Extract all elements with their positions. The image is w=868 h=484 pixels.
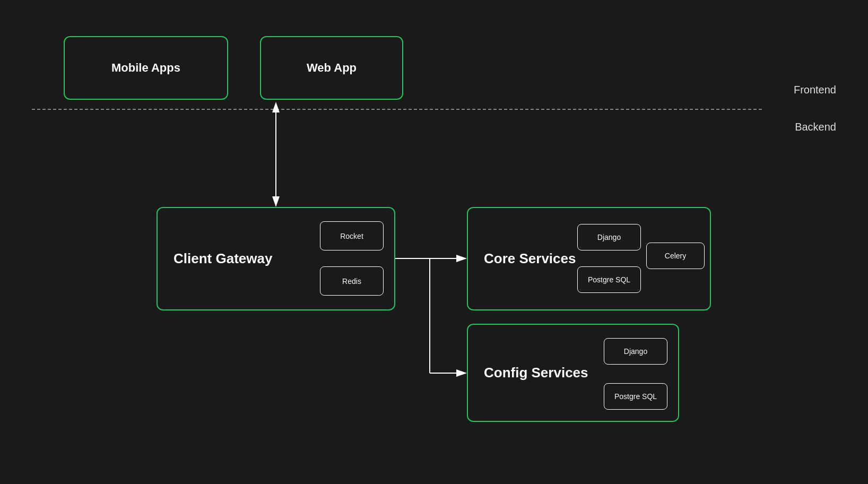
- core-services-label: Core Services: [484, 250, 576, 267]
- postgres-config-box: Postgre SQL: [604, 383, 667, 410]
- client-gateway-label: Client Gateway: [173, 250, 272, 267]
- web-app-label: Web App: [307, 61, 357, 75]
- diagram: Frontend Backend Mobile Apps Web App Cli…: [0, 0, 868, 484]
- config-services-label: Config Services: [484, 365, 588, 381]
- client-gateway-node: Client Gateway Rocket Redis: [157, 207, 395, 310]
- django-config-box: Django: [604, 338, 667, 365]
- mobile-apps-label: Mobile Apps: [111, 61, 180, 75]
- redis-box: Redis: [320, 266, 384, 296]
- celery-box: Celery: [646, 243, 705, 269]
- web-app-node: Web App: [260, 36, 403, 100]
- rocket-box: Rocket: [320, 221, 384, 250]
- django-core-box: Django: [577, 224, 641, 250]
- postgres-core-box: Postgre SQL: [577, 266, 641, 293]
- frontend-label: Frontend: [794, 84, 836, 96]
- config-services-node: Config Services Django Postgre SQL: [467, 324, 679, 422]
- backend-label: Backend: [795, 121, 836, 133]
- frontend-backend-divider: [32, 109, 762, 110]
- mobile-apps-node: Mobile Apps: [64, 36, 228, 100]
- core-services-node: Core Services Django Postgre SQL Celery: [467, 207, 711, 310]
